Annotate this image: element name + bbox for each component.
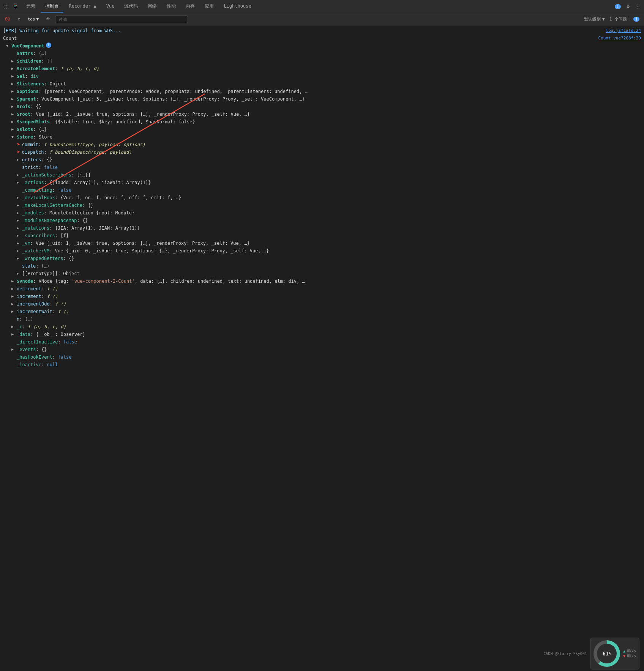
tab-performance[interactable]: 性能	[162, 1, 180, 13]
prop-increment[interactable]: increment : f ()	[0, 293, 644, 300]
prop-modulesnamespacemap[interactable]: _modulesNamespaceMap : {}	[0, 217, 644, 224]
arrow-refs[interactable]	[11, 103, 17, 110]
eye-button[interactable]: 👁	[43, 15, 53, 23]
tab-sources[interactable]: 源代码	[120, 1, 142, 13]
arrow-root[interactable]	[11, 111, 17, 118]
arrow-scopedslots[interactable]	[11, 118, 17, 125]
device-icon[interactable]: 📱	[10, 2, 21, 11]
filter-input[interactable]	[55, 16, 188, 23]
clear-button[interactable]: 🚫	[2, 15, 13, 23]
prop-slots[interactable]: $slots : {…}	[0, 126, 644, 133]
tab-recorder[interactable]: Recorder ▲	[64, 1, 101, 12]
arrow-events[interactable]	[11, 346, 17, 353]
arrow-incrementodd[interactable]	[11, 301, 17, 307]
arrow-actionsubs[interactable]	[17, 172, 22, 178]
tab-memory[interactable]: 内存	[181, 1, 199, 13]
arrow-devtoolhook[interactable]	[17, 194, 22, 201]
inspect-icon[interactable]: ⬚	[2, 2, 9, 11]
settings-icon[interactable]: ⚙	[625, 2, 632, 11]
arrow-vm[interactable]	[17, 240, 22, 247]
prop-directinactive: _directInactive : false	[0, 338, 644, 346]
context-arrow: ▼	[36, 17, 39, 22]
prop-incrementodd[interactable]: incrementOdd : f ()	[0, 300, 644, 308]
prop-vm[interactable]: _vm : Vue {_uid: 1, _isVue: true, $optio…	[0, 239, 644, 247]
prop-committing: _committing : false	[0, 186, 644, 194]
prop-store[interactable]: $store : Store	[0, 133, 644, 141]
arrow-createelement[interactable]	[11, 65, 17, 72]
arrow-modulesnamespacemap[interactable]	[17, 217, 22, 224]
prop-prototype[interactable]: [[Prototype]]: Object	[0, 270, 644, 277]
prop-events[interactable]: _events : {}	[0, 346, 644, 353]
tab-lighthouse[interactable]: Lighthouse	[219, 1, 256, 12]
console-wrapper: [HMR] Waiting for update signal from WDS…	[0, 25, 644, 671]
prop-vnode[interactable]: $vnode : VNode {tag: 'vue-component-2-Co…	[0, 277, 644, 285]
prop-scopedslots[interactable]: $scopedSlots : {$stable: true, $key: und…	[0, 118, 644, 126]
prop-parent[interactable]: $parent : VueComponent {_uid: 3, _isVue:…	[0, 95, 644, 103]
arrow-store[interactable]	[11, 134, 17, 140]
more-icon[interactable]: ⋮	[633, 2, 642, 11]
arrow-decrement[interactable]	[11, 285, 17, 292]
arrow-listeners[interactable]	[11, 80, 17, 87]
tab-console[interactable]: 控制台	[41, 1, 63, 13]
prop-_data[interactable]: _data : {__ob__: Observer}	[0, 331, 644, 338]
arrow-prototype[interactable]	[17, 270, 22, 277]
arrow-modules[interactable]	[17, 209, 22, 216]
prop-root[interactable]: $root : Vue {_uid: 2, _isVue: true, $opt…	[0, 110, 644, 118]
hmr-source[interactable]: log.js?1afd:24	[606, 27, 641, 34]
arrow-_c[interactable]	[11, 323, 17, 330]
prop-decrement[interactable]: decrement : f ()	[0, 285, 644, 293]
prop-mutations[interactable]: _mutations : {JIA: Array(1), JIAN: Array…	[0, 224, 644, 232]
prop-listeners[interactable]: $listeners : Object	[0, 80, 644, 88]
prop-children[interactable]: $children : []	[0, 57, 644, 65]
prop-commit[interactable]: ➤ commit : f boundCommit(type, payload, …	[0, 141, 644, 148]
tab-vue[interactable]: Vue	[102, 1, 119, 12]
prop-actionsubscribers[interactable]: _actionSubscribers : [{…}]	[0, 171, 644, 179]
arrow-slots[interactable]	[11, 126, 17, 133]
prop-incrementwait[interactable]: incrementWait : f ()	[0, 308, 644, 315]
tab-badge-button[interactable]: 1	[612, 2, 623, 11]
arrow-_data[interactable]	[11, 331, 17, 338]
vue-component-root[interactable]: VueComponent i	[0, 42, 644, 50]
level-selector[interactable]: 默认级别 ▼	[584, 16, 605, 22]
prop-refs[interactable]: $refs : {}	[0, 103, 644, 110]
prop-actions[interactable]: _actions : {jiaOdd: Array(1), jiaWait: A…	[0, 179, 644, 186]
prop-subscribers[interactable]: _subscribers : [f]	[0, 232, 644, 239]
context-selector[interactable]: top ▼	[25, 16, 41, 23]
arrow-wrappedgetters[interactable]	[17, 255, 22, 262]
count-section: Count Count.vue?268f:39	[0, 35, 644, 42]
arrow-subscribers[interactable]	[17, 232, 22, 239]
prop-watchervm[interactable]: _watcherVM : Vue {_uid: 0, _isVue: true,…	[0, 247, 644, 255]
prop-getters[interactable]: getters : {}	[0, 156, 644, 164]
prop-_c[interactable]: _c : f (a, b, c, d)	[0, 323, 644, 331]
prop-devtoolhook[interactable]: _devtoolHook : {Vue: f, on: f, once: f, …	[0, 194, 644, 202]
prop-modules[interactable]: _modules : ModuleCollection {root: Modul…	[0, 209, 644, 217]
stop-button[interactable]: ⊘	[15, 15, 23, 23]
arrow-incrementwait[interactable]	[11, 308, 17, 315]
arrow-watchervm[interactable]	[17, 247, 22, 254]
tab-application[interactable]: 应用	[200, 1, 218, 13]
prop-makelocalgetterscache[interactable]: _makeLocalGettersCache : {}	[0, 202, 644, 209]
info-icon[interactable]: i	[46, 43, 51, 48]
arrow-el[interactable]	[11, 73, 17, 80]
arrow-children[interactable]	[11, 58, 17, 65]
prop-options[interactable]: $options : {parent: VueComponent, _paren…	[0, 88, 644, 95]
expand-vue-component[interactable]	[6, 43, 11, 49]
prop-dispatch[interactable]: ➤ dispatch : f boundDispatch(type, paylo…	[0, 148, 644, 156]
prop-wrappedgetters[interactable]: _wrappedGetters : {}	[0, 255, 644, 262]
prop-createelement[interactable]: $createElement : f (a, b, c, d)	[0, 65, 644, 72]
arrow-increment[interactable]	[11, 293, 17, 300]
prop-el[interactable]: $el : div	[0, 72, 644, 80]
tab-network[interactable]: 网络	[143, 1, 161, 13]
prop-attrs[interactable]: $attrs : (…)	[0, 50, 644, 57]
arrow-makelocalgetterscache[interactable]	[17, 202, 22, 209]
prop-state: state : (…)	[0, 262, 644, 270]
prop-strict: strict : false	[0, 164, 644, 171]
tab-elements[interactable]: 元素	[22, 1, 40, 13]
arrow-mutations[interactable]	[17, 225, 22, 232]
arrow-vnode[interactable]	[11, 278, 17, 285]
arrow-getters[interactable]	[17, 156, 22, 163]
count-source[interactable]: Count.vue?268f:39	[598, 36, 641, 41]
arrow-options[interactable]	[11, 88, 17, 95]
arrow-actions[interactable]	[17, 179, 22, 186]
arrow-parent[interactable]	[11, 96, 17, 102]
